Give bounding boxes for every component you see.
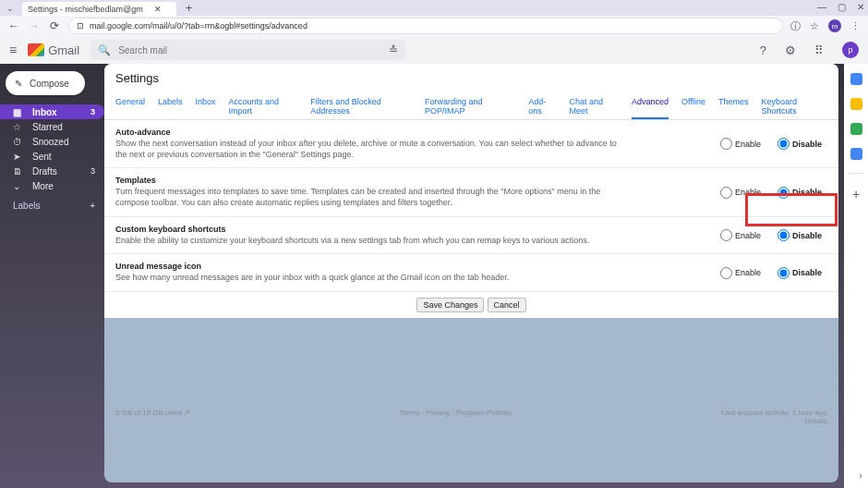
enable-radio[interactable] <box>720 187 732 199</box>
new-tab-button[interactable]: + <box>186 1 193 15</box>
disable-option[interactable]: Disable <box>778 229 822 241</box>
gmail-header: ≡ Gmail 🔍 ≛ ? ⚙ ⠿ p <box>0 36 868 64</box>
tab-chat-and-meet[interactable]: Chat and Meet <box>570 92 619 119</box>
tab-labels[interactable]: Labels <box>158 92 183 119</box>
details-link[interactable]: Details <box>805 417 827 425</box>
tab-keyboard-shortcuts[interactable]: Keyboard Shortcuts <box>761 92 827 119</box>
setting-description: Turn frequent messages into templates to… <box>115 187 623 208</box>
chrome-profile-avatar[interactable]: m <box>828 19 841 32</box>
disable-radio[interactable] <box>778 138 790 150</box>
info-icon[interactable]: ⓘ <box>790 19 801 33</box>
sidebar-item-count: 3 <box>90 107 95 116</box>
save-changes-button[interactable]: Save Changes <box>416 298 484 312</box>
window-minimize-button[interactable]: — <box>817 2 826 12</box>
tab-offline[interactable]: Offline <box>681 92 705 119</box>
chrome-menu-icon[interactable]: ⋮ <box>850 20 861 32</box>
sidebar-item-sent[interactable]: ➤Sent <box>0 149 104 164</box>
site-info-icon[interactable]: ⊡ <box>77 21 84 30</box>
tab-filters-and-blocked-addresses[interactable]: Filters and Blocked Addresses <box>310 92 412 119</box>
storage-link-icon[interactable]: ↗ <box>184 409 190 417</box>
tab-accounts-and-import[interactable]: Accounts and Import <box>229 92 298 119</box>
settings-gear-icon[interactable]: ⚙ <box>785 43 796 57</box>
sidebar-item-label: Drafts <box>32 166 57 177</box>
disable-radio[interactable] <box>778 229 790 241</box>
sidebar-item-label: More <box>32 181 54 191</box>
enable-option[interactable]: Enable <box>720 267 761 279</box>
folder-icon: 🗎 <box>13 166 23 177</box>
add-label-button[interactable]: + <box>90 201 95 211</box>
keep-icon[interactable] <box>850 98 862 110</box>
window-close-button[interactable]: ✕ <box>857 2 864 12</box>
disable-radio[interactable] <box>778 267 790 279</box>
settings-tabs: GeneralLabelsInboxAccounts and ImportFil… <box>104 92 838 120</box>
disable-option[interactable]: Disable <box>778 267 822 279</box>
contacts-icon[interactable] <box>850 148 862 160</box>
main-menu-icon[interactable]: ≡ <box>9 43 17 57</box>
policies-link[interactable]: Program Policies <box>456 409 512 417</box>
enable-option[interactable]: Enable <box>720 138 761 150</box>
setting-description: See how many unread messages are in your… <box>115 273 623 284</box>
browser-tab-bar: ⌄ Settings - mischiefbedlam@gm ✕ + — ▢ ✕ <box>0 0 868 16</box>
tasks-icon[interactable] <box>850 123 862 135</box>
setting-row: TemplatesTurn frequent messages into tem… <box>104 168 838 216</box>
star-icon[interactable]: ☆ <box>810 20 819 32</box>
sidebar-item-inbox[interactable]: ▦Inbox3 <box>0 104 104 119</box>
cancel-button[interactable]: Cancel <box>488 298 526 312</box>
help-icon[interactable]: ? <box>760 43 766 57</box>
account-avatar[interactable]: p <box>842 42 859 58</box>
tab-themes[interactable]: Themes <box>718 92 749 119</box>
enable-radio[interactable] <box>720 229 732 241</box>
setting-title: Templates <box>115 176 693 185</box>
search-icon: 🔍 <box>98 44 111 56</box>
back-button[interactable]: ← <box>7 19 20 32</box>
setting-description: Enable the ability to customize your key… <box>115 236 623 247</box>
forward-button[interactable]: → <box>28 19 41 32</box>
sidebar-item-drafts[interactable]: 🗎Drafts3 <box>0 164 104 178</box>
enable-option[interactable]: Enable <box>720 229 761 241</box>
disable-radio[interactable] <box>778 187 790 199</box>
sidebar-item-label: Starred <box>32 122 63 132</box>
search-options-icon[interactable]: ≛ <box>389 43 398 56</box>
tab-general[interactable]: General <box>115 92 145 119</box>
calendar-icon[interactable] <box>850 73 862 85</box>
gmail-logo[interactable]: Gmail <box>28 43 79 57</box>
browser-tab[interactable]: Settings - mischiefbedlam@gm ✕ <box>22 2 176 16</box>
tab-dropdown-icon[interactable]: ⌄ <box>4 4 17 13</box>
enable-radio[interactable] <box>720 267 732 279</box>
compose-button[interactable]: ✎ Compose <box>6 71 85 95</box>
privacy-link[interactable]: Privacy <box>426 409 450 417</box>
enable-option[interactable]: Enable <box>720 187 761 199</box>
close-tab-icon[interactable]: ✕ <box>154 5 162 14</box>
storage-text: 0 GB of 15 GB used <box>115 409 182 417</box>
terms-link[interactable]: Terms <box>400 409 420 417</box>
browser-address-bar: ← → ⟳ ⊡ mail.google.com/mail/u/0/?tab=rm… <box>0 16 868 36</box>
window-maximize-button[interactable]: ▢ <box>838 2 846 12</box>
sidebar-item-more[interactable]: ⌄More <box>0 178 104 193</box>
reload-button[interactable]: ⟳ <box>48 19 61 32</box>
sidebar-item-label: Snoozed <box>32 137 68 147</box>
disable-option[interactable]: Disable <box>778 187 822 199</box>
page-title: Settings <box>104 64 838 92</box>
setting-description: Show the next conversation instead of yo… <box>115 139 623 160</box>
sidebar-item-count: 3 <box>90 166 95 176</box>
setting-row: Unread message iconSee how many unread m… <box>104 254 838 292</box>
tab-inbox[interactable]: Inbox <box>196 92 216 119</box>
gmail-logo-icon <box>28 43 44 56</box>
search-input[interactable] <box>116 44 389 56</box>
sidebar-item-starred[interactable]: ☆Starred <box>0 119 104 134</box>
tab-forwarding-and-pop/imap[interactable]: Forwarding and POP/IMAP <box>425 92 515 119</box>
folder-icon: ⏱ <box>13 137 23 147</box>
folder-icon: ☆ <box>13 122 23 132</box>
tab-add-ons[interactable]: Add-ons <box>528 92 556 119</box>
disable-option[interactable]: Disable <box>778 138 822 150</box>
apps-grid-icon[interactable]: ⠿ <box>814 43 824 57</box>
search-bar[interactable]: 🔍 ≛ <box>90 40 405 60</box>
sidebar-item-label: Sent <box>32 152 52 162</box>
get-addons-button[interactable]: + <box>852 187 860 201</box>
url-text: mail.google.com/mail/u/0/?tab=rm&ogbl#se… <box>90 21 307 30</box>
enable-radio[interactable] <box>720 138 732 150</box>
sidebar-item-snoozed[interactable]: ⏱Snoozed <box>0 134 104 149</box>
collapse-panel-icon[interactable]: › <box>859 470 862 481</box>
url-input[interactable]: ⊡ mail.google.com/mail/u/0/?tab=rm&ogbl#… <box>68 18 783 34</box>
tab-advanced[interactable]: Advanced <box>632 92 669 119</box>
